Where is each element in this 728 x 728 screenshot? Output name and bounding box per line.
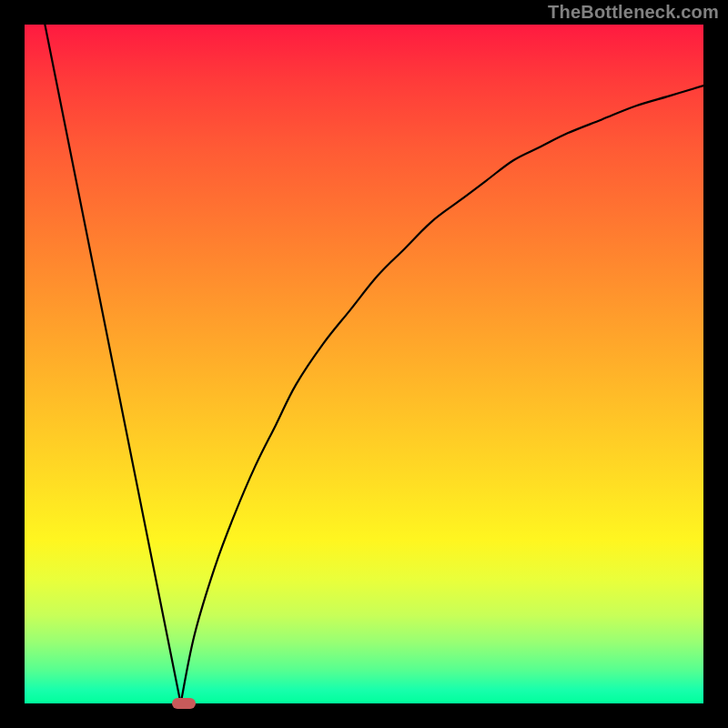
target-marker xyxy=(172,698,196,709)
chart-frame: TheBottleneck.com xyxy=(0,0,728,728)
watermark-text: TheBottleneck.com xyxy=(548,2,719,23)
plot-area xyxy=(25,25,703,703)
bottleneck-curve xyxy=(25,25,703,703)
